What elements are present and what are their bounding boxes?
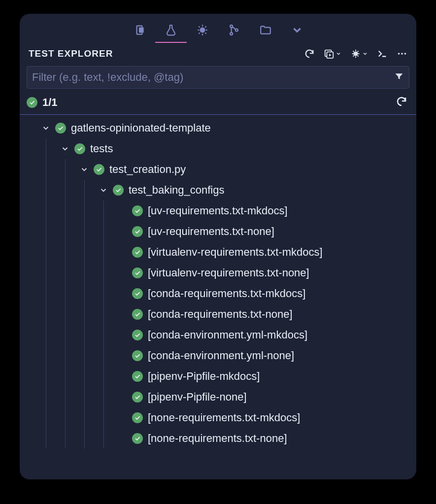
tree-row-param[interactable]: [virtualenv-requirements.txt-none] — [20, 263, 416, 283]
tree-row-file[interactable]: test_creation.py — [20, 159, 416, 180]
filter-box[interactable] — [27, 66, 409, 89]
status-pass-icon — [74, 143, 85, 154]
tree-row-param[interactable]: [conda-environment.yml-mkdocs] — [20, 325, 416, 345]
tree-label: test_baking_configs — [129, 184, 224, 197]
summary-row: 1/1 — [20, 93, 416, 114]
status-pass-icon — [113, 185, 124, 196]
tree-label: test_creation.py — [109, 163, 186, 176]
tree-label: [pipenv-Pipfile-none] — [148, 391, 247, 403]
folder-tab-icon[interactable] — [259, 23, 272, 37]
status-pass-icon — [132, 371, 143, 382]
filter-icon[interactable] — [394, 71, 404, 83]
tree-label: [conda-requirements.txt-none] — [148, 308, 293, 321]
svg-point-8 — [398, 53, 400, 55]
tree-label: [uv-requirements.txt-none] — [148, 225, 274, 238]
section-header: TEST EXPLORER — [20, 42, 416, 63]
svg-rect-0 — [138, 28, 143, 33]
svg-point-7 — [353, 51, 358, 56]
status-pass-icon — [94, 164, 104, 175]
chevron-down-icon[interactable] — [40, 124, 51, 133]
tree-label: [none-requirements.txt-mkdocs] — [148, 411, 300, 424]
tree-row-param[interactable]: [none-requirements.txt-mkdocs] — [20, 407, 416, 428]
status-pass-icon — [132, 330, 143, 340]
status-pass-icon — [132, 247, 143, 258]
tree-row-param[interactable]: [uv-requirements.txt-mkdocs] — [20, 201, 416, 221]
status-pass-icon — [132, 350, 143, 361]
test-explorer-panel: TEST EXPLORER — [20, 14, 416, 479]
tree-row-param[interactable]: [conda-environment.yml-none] — [20, 345, 416, 366]
section-actions — [304, 48, 407, 59]
svg-point-3 — [230, 33, 233, 35]
tree-row-param[interactable]: [virtualenv-requirements.txt-mkdocs] — [20, 242, 416, 263]
tree-row-param[interactable]: [pipenv-Pipfile-mkdocs] — [20, 366, 416, 387]
show-output-button[interactable] — [377, 48, 388, 59]
tree-row-param[interactable]: [pipenv-Pipfile-none] — [20, 387, 416, 407]
refresh-tests-button[interactable] — [304, 48, 315, 59]
chevron-down-icon[interactable] — [98, 186, 109, 195]
status-pass-icon — [132, 412, 143, 423]
svg-point-1 — [200, 28, 205, 33]
status-pass-icon — [132, 392, 143, 403]
status-pass-icon — [132, 205, 143, 216]
tree-label: gatlens-opinionated-template — [71, 122, 211, 134]
summary-status-pass-icon — [27, 97, 37, 108]
tree-row-param[interactable]: [conda-requirements.txt-mkdocs] — [20, 283, 416, 304]
tree-row-tests[interactable]: tests — [20, 138, 416, 159]
status-pass-icon — [132, 433, 143, 444]
run-tests-button[interactable] — [324, 48, 341, 59]
tree-label: [conda-environment.yml-none] — [148, 349, 294, 362]
status-pass-icon — [132, 268, 143, 278]
tree-label: [uv-requirements.txt-mkdocs] — [148, 204, 288, 217]
debug-tab-icon[interactable] — [196, 23, 209, 37]
activity-tabstrip — [20, 14, 416, 42]
section-title: TEST EXPLORER — [29, 48, 113, 59]
status-pass-icon — [132, 226, 143, 237]
tree-row-testcase[interactable]: test_baking_configs — [20, 180, 416, 201]
status-pass-icon — [55, 123, 66, 134]
more-actions-button[interactable] — [397, 48, 407, 59]
tree-row-param[interactable]: [conda-requirements.txt-none] — [20, 304, 416, 325]
debug-tests-button[interactable] — [350, 48, 368, 59]
overflow-chevron-icon[interactable] — [290, 23, 304, 37]
tree-row-param[interactable]: [uv-requirements.txt-none] — [20, 221, 416, 242]
tree-label: [conda-environment.yml-mkdocs] — [148, 329, 307, 341]
svg-point-9 — [401, 53, 403, 55]
chevron-down-icon[interactable] — [60, 144, 70, 153]
summary-count: 1/1 — [42, 96, 58, 109]
source-control-tab-icon[interactable] — [227, 23, 241, 37]
tree-label: [virtualenv-requirements.txt-mkdocs] — [148, 246, 323, 259]
tree-label: [none-requirements.txt-none] — [148, 432, 287, 445]
status-pass-icon — [132, 309, 143, 320]
summary-refresh-button[interactable] — [396, 96, 407, 109]
filter-input[interactable] — [32, 71, 394, 84]
tree-label: [pipenv-Pipfile-mkdocs] — [148, 370, 260, 383]
tree-label: [virtualenv-requirements.txt-none] — [148, 267, 309, 279]
svg-point-10 — [404, 53, 406, 55]
tree-row-root[interactable]: gatlens-opinionated-template — [20, 118, 416, 138]
chevron-down-icon[interactable] — [79, 165, 90, 174]
tree-label: tests — [90, 142, 113, 155]
explorer-tab-icon[interactable] — [133, 23, 146, 37]
status-pass-icon — [132, 288, 143, 299]
test-tree[interactable]: gatlens-opinionated-template tests test_… — [20, 115, 416, 479]
tree-label: [conda-requirements.txt-mkdocs] — [148, 287, 305, 300]
testing-tab-icon[interactable] — [164, 23, 178, 37]
tree-row-param[interactable]: [none-requirements.txt-none] — [20, 428, 416, 449]
